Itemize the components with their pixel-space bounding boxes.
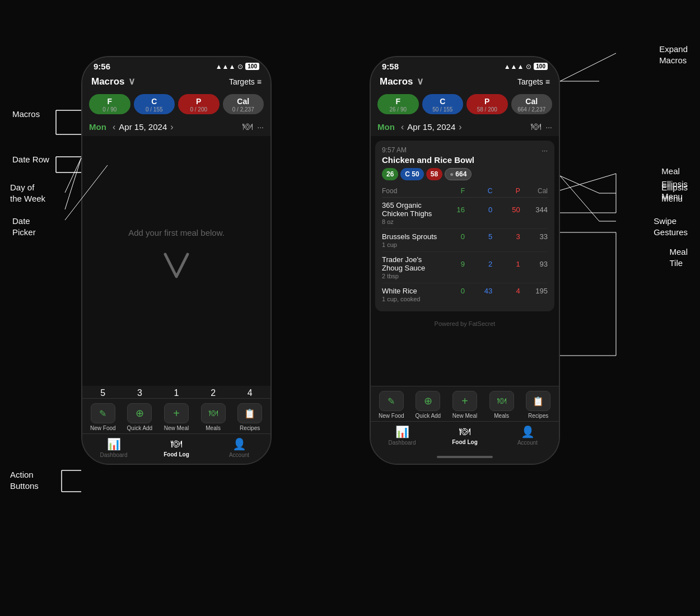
- swipe-annotation: SwipeGestures: [654, 216, 688, 237]
- tab-foodlog-left[interactable]: 🍽 Food Log: [145, 437, 208, 458]
- action-buttons-left: ✎ New Food ⊕ Quick Add + New Meal 🍽 Meal…: [82, 398, 270, 433]
- right-phone-content: 9:57 AM Chicken and Rice Bowl ··· 26 C 5…: [371, 136, 559, 386]
- food-row-3[interactable]: White Rice 0 43 4 195 1 cup, cooked: [382, 283, 548, 306]
- macro-f-left[interactable]: F 0 / 90: [89, 94, 130, 114]
- quick-add-button-left[interactable]: ⊕ Quick Add: [122, 403, 158, 431]
- day-of-week-left[interactable]: Mon: [89, 122, 109, 132]
- status-time-left: 9:56: [94, 62, 110, 71]
- header-targets-right[interactable]: Targets ≡: [517, 77, 550, 86]
- day-of-week-right[interactable]: Mon: [377, 122, 398, 132]
- macros-row-right: F 26 / 90 C 50 / 155 P 58 / 200 Cal 664 …: [371, 92, 559, 118]
- recipes-button-right[interactable]: 📋 Recipes: [520, 391, 557, 419]
- meal-ellipsis[interactable]: ···: [542, 146, 548, 155]
- ellipsis-left[interactable]: ···: [257, 123, 264, 132]
- svg-line-12: [560, 53, 616, 81]
- meal-ellipsis-menu-label: MealEllipsisMenu: [661, 165, 688, 203]
- meal-tile-header: 9:57 AM Chicken and Rice Bowl ···: [382, 146, 548, 165]
- meal-p-pill: 58: [426, 168, 442, 180]
- food-table-header: Food F C P Cal: [382, 185, 548, 198]
- header-targets-left[interactable]: Targets ≡: [229, 77, 262, 86]
- powered-by: Powered by FatSecret: [371, 316, 559, 332]
- foodlog-icon-left: 🍽: [171, 437, 182, 450]
- header-left: Macros ∨ Targets ≡: [82, 73, 270, 92]
- action-buttons-annotation: ActionButtons: [10, 469, 39, 491]
- wifi-icon-left: ⊙: [237, 63, 243, 71]
- next-date-left[interactable]: ›: [170, 122, 173, 132]
- food-row-0[interactable]: 365 Organic Chicken Thighs 16 0 50 344 8…: [382, 198, 548, 229]
- tab-account-left[interactable]: 👤 Account: [208, 437, 270, 458]
- svg-line-17: [560, 176, 599, 221]
- food-row-1[interactable]: Brussels Sprouts 0 5 3 33 1 cup: [382, 229, 548, 252]
- macros-row-left: F 0 / 90 C 0 / 155 P 0 / 200 Cal 0 / 2,2…: [82, 92, 270, 118]
- day-annotation: Day ofthe Week: [10, 182, 45, 204]
- header-title-right: Macros ∨: [380, 76, 423, 87]
- meal-cal-pill: ● 664: [445, 168, 472, 180]
- date-text-right[interactable]: Apr 15, 2024: [407, 122, 455, 132]
- meals-button-left[interactable]: 🍽 Meals: [195, 403, 232, 431]
- chevron-down-icon-right[interactable]: ∨: [417, 76, 423, 87]
- empty-content-left: Add your first meal below.: [82, 136, 270, 386]
- meal-tile: 9:57 AM Chicken and Rice Bowl ··· 26 C 5…: [375, 141, 554, 311]
- meal-macros-pills: 26 C 50 58 ● 664: [382, 168, 548, 180]
- btn-numbers-left: 5 3 1 2 4: [82, 386, 270, 398]
- meal-name: Chicken and Rice Bowl: [382, 155, 474, 165]
- restaurant-icon-left[interactable]: 🍽: [242, 121, 253, 133]
- macro-cal-left[interactable]: Cal 0 / 2,237: [223, 94, 264, 114]
- foodlog-icon-right: 🍽: [459, 425, 470, 438]
- header-right: Macros ∨ Targets ≡: [371, 73, 559, 92]
- svg-line-18: [560, 174, 616, 190]
- tab-foodlog-right[interactable]: 🍽 Food Log: [433, 425, 496, 446]
- date-text-left[interactable]: Apr 15, 2024: [119, 122, 167, 132]
- tab-bar-left: 📊 Dashboard 🍽 Food Log 👤 Account: [82, 433, 270, 463]
- tab-dashboard-left[interactable]: 📊 Dashboard: [82, 437, 145, 458]
- status-time-right: 9:58: [382, 62, 399, 71]
- battery-icon-right: 100: [534, 63, 548, 70]
- wifi-icon-right: ⊙: [526, 63, 531, 71]
- macro-f-right[interactable]: F 26 / 90: [377, 94, 419, 114]
- action-buttons-right: ✎ New Food ⊕ Quick Add + New Meal 🍽 Meal…: [371, 386, 559, 421]
- meal-tile-annotation: MealTile: [669, 246, 688, 268]
- signal-icon-right: ▲▲▲: [504, 63, 524, 71]
- recipes-button-left[interactable]: 📋 Recipes: [231, 403, 268, 431]
- chevron-down-icon-left[interactable]: ∨: [128, 76, 135, 87]
- expand-macros-annotation: ExpandMacros: [659, 44, 688, 66]
- status-icons-right: ▲▲▲ ⊙ 100: [504, 63, 548, 71]
- status-icons-left: ▲▲▲ ⊙ 100: [216, 63, 259, 71]
- new-meal-button-right[interactable]: + New Meal: [446, 391, 483, 419]
- prev-date-right[interactable]: ‹: [401, 122, 404, 132]
- meal-c-pill: C 50: [400, 168, 423, 180]
- meal-f-pill: 26: [382, 168, 398, 180]
- new-meal-button-left[interactable]: + New Meal: [158, 403, 195, 431]
- filter-icon-left: ≡: [257, 77, 262, 86]
- dashboard-icon-left: 📊: [107, 437, 121, 451]
- signal-icon-left: ▲▲▲: [216, 63, 236, 71]
- food-row-2[interactable]: Trader Joe's Zhoug Sauce 9 2 1 93 2 tbsp: [382, 252, 548, 283]
- meals-button-right[interactable]: 🍽 Meals: [483, 391, 520, 419]
- svg-line-15: [560, 176, 599, 193]
- macro-c-left[interactable]: C 0 / 155: [134, 94, 175, 114]
- date-icons-right: 🍽 ···: [531, 121, 552, 133]
- macro-c-right[interactable]: C 50 / 155: [422, 94, 464, 114]
- macro-p-left[interactable]: P 0 / 200: [178, 94, 220, 114]
- filter-icon-right: ≡: [545, 77, 550, 86]
- empty-state: Add your first meal below.: [117, 136, 236, 386]
- new-food-button-right[interactable]: ✎ New Food: [373, 391, 410, 419]
- restaurant-icon-right[interactable]: 🍽: [531, 121, 541, 133]
- date-row-annotation: Date Row: [12, 155, 49, 164]
- status-bar-left: 9:56 ▲▲▲ ⊙ 100: [82, 57, 270, 73]
- macro-cal-right[interactable]: Cal 664 / 2,237: [511, 94, 553, 114]
- macros-annotation: Macros: [12, 109, 40, 119]
- account-icon-left: 👤: [232, 437, 246, 451]
- quick-add-button-right[interactable]: ⊕ Quick Add: [410, 391, 447, 419]
- ellipsis-right[interactable]: ···: [545, 123, 552, 132]
- prev-date-left[interactable]: ‹: [113, 122, 115, 132]
- header-title-left: Macros ∨: [91, 76, 135, 87]
- tab-bar-right: 📊 Dashboard 🍽 Food Log 👤 Account: [371, 421, 559, 450]
- right-phone: 9:58 ▲▲▲ ⊙ 100 Macros ∨ Targets ≡ F 26 /…: [370, 56, 560, 465]
- tab-account-right[interactable]: 👤 Account: [496, 425, 559, 446]
- macro-p-right[interactable]: P 58 / 200: [466, 94, 508, 114]
- tab-dashboard-right[interactable]: 📊 Dashboard: [371, 425, 433, 446]
- home-indicator-right: [371, 450, 559, 464]
- new-food-button-left[interactable]: ✎ New Food: [85, 403, 122, 431]
- next-date-right[interactable]: ›: [459, 122, 461, 132]
